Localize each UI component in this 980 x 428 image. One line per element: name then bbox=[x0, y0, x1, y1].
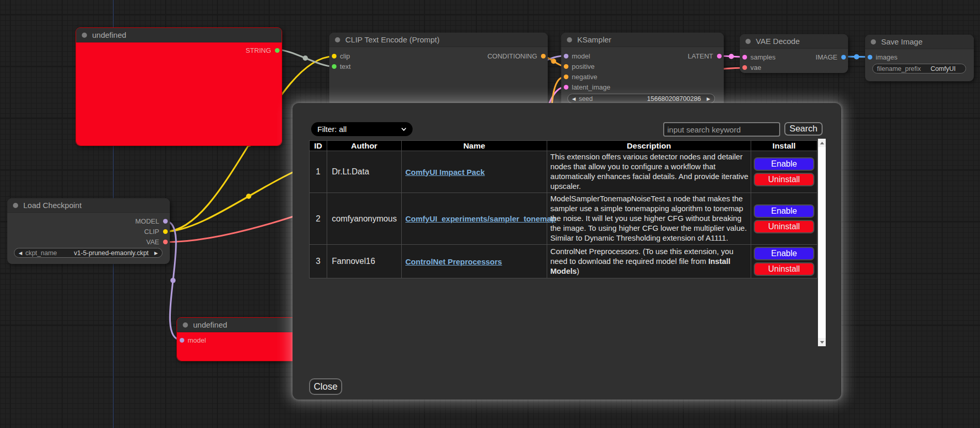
increment-arrow-icon[interactable]: ▶ bbox=[707, 96, 710, 101]
enable-button[interactable]: Enable bbox=[754, 157, 814, 171]
node-title-label: VAE Decode bbox=[756, 37, 800, 46]
widget-value: v1-5-pruned-emaonly.ckpt bbox=[60, 249, 154, 257]
slot-input-vae[interactable]: vae bbox=[740, 63, 761, 73]
search-button[interactable]: Search bbox=[784, 122, 823, 136]
slot-dot-negative-icon[interactable] bbox=[564, 75, 568, 79]
table-scrollbar[interactable] bbox=[818, 139, 826, 346]
scroll-up-arrow-icon[interactable] bbox=[818, 139, 826, 147]
node-title-label: CLIP Text Encode (Prompt) bbox=[345, 35, 440, 44]
widget-label: seed bbox=[579, 95, 593, 102]
slot-input-latent-image[interactable]: latent_image bbox=[561, 82, 610, 93]
enable-button[interactable]: Enable bbox=[754, 204, 814, 218]
cell-install: Enable Uninstall bbox=[751, 151, 817, 193]
node-vae-decode[interactable]: VAE Decode samples vae IMAGE bbox=[740, 34, 848, 73]
node-clip-text-encode[interactable]: CLIP Text Encode (Prompt) clip text COND… bbox=[329, 33, 548, 106]
slot-dot-samples-icon[interactable] bbox=[742, 55, 747, 60]
slot-dot-model-icon[interactable] bbox=[180, 338, 184, 343]
uninstall-button[interactable]: Uninstall bbox=[754, 220, 814, 233]
cell-id: 2 bbox=[310, 193, 327, 245]
node-undefined-top[interactable]: undefined STRING bbox=[76, 27, 282, 146]
node-collapse-dot-icon[interactable] bbox=[871, 39, 876, 45]
slot-dot-clip-icon[interactable] bbox=[163, 229, 168, 234]
slot-dot-image-icon[interactable] bbox=[841, 55, 846, 60]
slot-input-clip[interactable]: clip bbox=[329, 51, 350, 61]
filter-select[interactable]: Filter: all bbox=[311, 122, 413, 136]
cell-id: 3 bbox=[310, 245, 327, 278]
scroll-down-arrow-icon[interactable] bbox=[818, 338, 826, 346]
uninstall-button[interactable]: Uninstall bbox=[754, 262, 814, 276]
col-header-author: Author bbox=[327, 141, 402, 151]
node-pack-link[interactable]: ControlNet Preprocessors bbox=[405, 257, 502, 266]
cell-id: 1 bbox=[310, 151, 327, 193]
node-ksampler[interactable]: KSampler model positive negative latent_… bbox=[561, 33, 724, 109]
node-collapse-dot-icon[interactable] bbox=[745, 39, 751, 44]
slot-dot-vae-icon[interactable] bbox=[742, 65, 747, 70]
search-input[interactable] bbox=[663, 122, 780, 137]
node-clip-text-encode-title: CLIP Text Encode (Prompt) bbox=[329, 33, 548, 47]
slot-dot-text-icon[interactable] bbox=[332, 64, 337, 69]
slot-output-image[interactable]: IMAGE bbox=[816, 52, 848, 62]
node-save-image[interactable]: Save Image images filename_prefix ComfyU… bbox=[865, 35, 974, 81]
node-collapse-dot-icon[interactable] bbox=[183, 322, 188, 328]
slot-input-model[interactable]: model bbox=[177, 335, 206, 345]
widget-value: 156680208700286 bbox=[596, 95, 707, 102]
slot-input-images[interactable]: images bbox=[865, 52, 897, 62]
table-row: 3 Fannovel16 ControlNet Preprocessors Co… bbox=[310, 245, 817, 278]
filename-prefix-widget[interactable]: filename_prefix ComfyUI bbox=[872, 64, 966, 73]
ckpt-name-widget[interactable]: ◀ ckpt_name v1-5-pruned-emaonly.ckpt ▶ bbox=[14, 248, 163, 258]
close-button[interactable]: Close bbox=[309, 378, 342, 395]
slot-dot-vae-icon[interactable] bbox=[163, 240, 168, 244]
decrement-arrow-icon[interactable]: ◀ bbox=[572, 96, 576, 101]
slot-input-model[interactable]: model bbox=[561, 51, 590, 61]
node-collapse-dot-icon[interactable] bbox=[335, 37, 340, 42]
slot-input-positive[interactable]: positive bbox=[561, 62, 595, 72]
col-header-install: Install bbox=[751, 141, 817, 151]
slot-dot-latent-icon[interactable] bbox=[717, 54, 722, 58]
seed-widget[interactable]: ◀ seed 156680208700286 ▶ bbox=[567, 94, 715, 104]
cell-name: ControlNet Preprocessors bbox=[402, 245, 547, 278]
node-ksampler-title: KSampler bbox=[561, 33, 724, 47]
slot-output-vae[interactable]: VAE bbox=[146, 237, 170, 247]
node-title-label: undefined bbox=[92, 31, 126, 39]
slot-output-conditioning[interactable]: CONDITIONING bbox=[487, 51, 548, 61]
node-title-label: Load Checkpoint bbox=[23, 201, 82, 210]
cell-description: This extension offers various detector n… bbox=[547, 151, 751, 193]
enable-button[interactable]: Enable bbox=[754, 247, 814, 260]
cell-description: ModelSamplerTonemapNoiseTest a node that… bbox=[547, 193, 751, 245]
slot-output-string[interactable]: STRING bbox=[245, 45, 282, 55]
slot-input-samples[interactable]: samples bbox=[740, 52, 776, 62]
slot-dot-string-icon[interactable] bbox=[275, 48, 280, 53]
decrement-arrow-icon[interactable]: ◀ bbox=[19, 250, 22, 256]
slot-dot-images-icon[interactable] bbox=[868, 55, 872, 60]
increment-arrow-icon[interactable]: ▶ bbox=[154, 250, 158, 256]
slot-dot-latent-image-icon[interactable] bbox=[564, 85, 568, 90]
custom-nodes-table: ID Author Name Description Install 1 Dr.… bbox=[309, 140, 817, 278]
filter-select-value: Filter: all bbox=[317, 125, 347, 134]
slot-input-negative[interactable]: negative bbox=[561, 72, 597, 82]
node-collapse-dot-icon[interactable] bbox=[567, 37, 572, 42]
cell-install: Enable Uninstall bbox=[751, 193, 817, 245]
slot-output-latent[interactable]: LATENT bbox=[688, 51, 724, 61]
scrollbar-thumb[interactable] bbox=[818, 147, 826, 338]
slot-output-clip[interactable]: CLIP bbox=[144, 227, 170, 237]
col-header-name: Name bbox=[402, 141, 547, 151]
table-row: 2 comfyanonymous ComfyUI_experiments/sam… bbox=[310, 193, 817, 245]
cell-author: Dr.Lt.Data bbox=[327, 151, 402, 193]
slot-dot-positive-icon[interactable] bbox=[564, 64, 568, 69]
slot-dot-clip-icon[interactable] bbox=[332, 54, 337, 58]
custom-nodes-table-area: ID Author Name Description Install 1 Dr.… bbox=[309, 139, 826, 346]
node-collapse-dot-icon[interactable] bbox=[82, 33, 87, 38]
uninstall-button[interactable]: Uninstall bbox=[754, 173, 814, 186]
node-undefined-top-title: undefined bbox=[76, 28, 282, 42]
slot-output-model[interactable]: MODEL bbox=[135, 216, 170, 226]
table-header-row: ID Author Name Description Install bbox=[310, 141, 817, 151]
node-pack-link[interactable]: ComfyUI Impact Pack bbox=[405, 168, 485, 176]
slot-dot-model-icon[interactable] bbox=[163, 219, 168, 224]
node-vae-decode-title: VAE Decode bbox=[740, 34, 848, 49]
node-load-checkpoint[interactable]: Load Checkpoint MODEL CLIP VAE ◀ ckpt_na… bbox=[7, 198, 170, 264]
slot-dot-model-icon[interactable] bbox=[564, 54, 568, 58]
node-collapse-dot-icon[interactable] bbox=[13, 203, 18, 208]
node-pack-link[interactable]: ComfyUI_experiments/sampler_tonemap bbox=[405, 214, 556, 223]
slot-input-text[interactable]: text bbox=[329, 62, 350, 72]
slot-dot-conditioning-icon[interactable] bbox=[541, 54, 546, 58]
